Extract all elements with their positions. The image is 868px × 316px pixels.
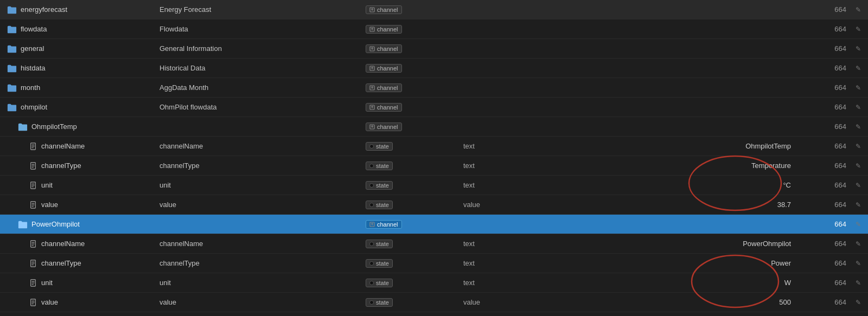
state-dot	[369, 183, 374, 188]
edit-col[interactable]: ✎	[851, 162, 866, 170]
type-badge: state	[366, 279, 393, 287]
table-row[interactable]: channelName channelName state text Power…	[0, 234, 868, 254]
row-name: value	[2, 298, 159, 307]
value-col: OhmpilotTemp	[507, 142, 818, 150]
state-dot	[369, 242, 374, 246]
edit-icon[interactable]: ✎	[856, 25, 861, 33]
table-row[interactable]: unit unit state text °C 664 ✎	[0, 176, 868, 195]
edit-icon[interactable]: ✎	[856, 162, 861, 170]
edit-icon[interactable]: ✎	[856, 221, 861, 228]
id-col: 664	[818, 64, 851, 72]
edit-col[interactable]: ✎	[851, 142, 866, 150]
type-col: channel	[366, 103, 463, 112]
edit-col[interactable]: ✎	[851, 64, 866, 72]
edit-col[interactable]: ✎	[851, 240, 866, 248]
id-col: 664	[818, 44, 851, 53]
edit-icon[interactable]: ✎	[856, 143, 861, 150]
value-col: 38.7	[507, 201, 818, 209]
table-row[interactable]: value value state value 500 664 ✎	[0, 293, 868, 312]
name-label: channelType	[41, 162, 81, 170]
role-col: text	[463, 259, 507, 267]
value-col: PowerOhmpilot	[507, 240, 818, 248]
id-col: 664	[818, 103, 851, 111]
edit-col[interactable]: ✎	[851, 5, 866, 14]
edit-col[interactable]: ✎	[851, 44, 866, 53]
table-row[interactable]: histdata Historical Data channel 664 ✎	[0, 59, 868, 78]
edit-col[interactable]: ✎	[851, 201, 866, 209]
edit-col[interactable]: ✎	[851, 25, 866, 33]
edit-col[interactable]: ✎	[851, 220, 866, 228]
role-col: value	[463, 298, 507, 306]
edit-icon[interactable]: ✎	[856, 279, 861, 287]
edit-icon[interactable]: ✎	[856, 45, 861, 53]
role-col: text	[463, 142, 507, 150]
table-row[interactable]: channelName channelName state text Ohmpi…	[0, 137, 868, 156]
edit-icon[interactable]: ✎	[856, 104, 861, 111]
type-badge: state	[366, 259, 393, 268]
type-badge: channel	[366, 220, 402, 229]
value-col: Temperature	[507, 162, 818, 170]
id-col: 664	[818, 201, 851, 209]
state-dot	[369, 281, 374, 285]
edit-icon[interactable]: ✎	[856, 201, 861, 209]
display-name: channelType	[159, 162, 366, 170]
row-name: histdata	[2, 63, 159, 74]
id-col: 664	[818, 162, 851, 170]
table-row[interactable]: general General Information channel 664 …	[0, 39, 868, 59]
edit-col[interactable]: ✎	[851, 83, 866, 92]
edit-icon[interactable]: ✎	[856, 65, 861, 72]
edit-icon[interactable]: ✎	[856, 299, 861, 306]
edit-icon[interactable]: ✎	[856, 123, 861, 131]
row-name: channelType	[2, 161, 159, 171]
table-row[interactable]: month AggData Month channel 664 ✎	[0, 78, 868, 98]
table-row[interactable]: channelType channelType state text Power…	[0, 254, 868, 273]
edit-col[interactable]: ✎	[851, 298, 866, 306]
id-col: 664	[818, 220, 851, 228]
table-row[interactable]: logDateTime logDateTime state text 2022-…	[0, 312, 868, 316]
role-col: text	[463, 162, 507, 170]
type-badge: channel	[366, 5, 402, 14]
table-row[interactable]: ohmpilot OhmPilot flowdata channel 664 ✎	[0, 98, 868, 117]
table-row[interactable]: channelType channelType state text Tempe…	[0, 156, 868, 176]
name-label: channelName	[41, 240, 85, 248]
edit-icon[interactable]: ✎	[856, 6, 861, 14]
edit-col[interactable]: ✎	[851, 259, 866, 267]
type-col: channel	[366, 122, 463, 131]
edit-col[interactable]: ✎	[851, 103, 866, 111]
type-col: state	[366, 259, 463, 268]
edit-col[interactable]: ✎	[851, 181, 866, 189]
state-dot	[369, 203, 374, 207]
file-icon	[28, 278, 38, 288]
type-badge: state	[366, 298, 393, 307]
edit-icon[interactable]: ✎	[856, 260, 861, 267]
table-row[interactable]: OhmpilotTemp channel 664 ✎	[0, 117, 868, 137]
name-label: histdata	[21, 64, 46, 72]
value-col: Power	[507, 259, 818, 267]
type-col: state	[366, 240, 463, 248]
edit-icon[interactable]: ✎	[856, 84, 861, 92]
name-label: month	[21, 83, 40, 92]
display-name: AggData Month	[159, 83, 366, 92]
table-row[interactable]: PowerOhmpilot channel 664 ✎	[0, 215, 868, 234]
display-name: channelType	[159, 259, 366, 267]
file-icon	[28, 161, 38, 171]
type-badge: state	[366, 162, 393, 170]
edit-col[interactable]: ✎	[851, 122, 866, 131]
state-dot	[369, 144, 374, 149]
name-label: OhmpilotTemp	[31, 122, 77, 131]
table-row[interactable]: unit unit state text W 664 ✎	[0, 273, 868, 293]
edit-icon[interactable]: ✎	[856, 182, 861, 189]
table-row[interactable]: value value state value 38.7 664 ✎	[0, 195, 868, 215]
name-label: flowdata	[21, 25, 47, 33]
type-badge: channel	[366, 83, 402, 92]
table-row[interactable]: energyforecast Energy Forecast channel 6…	[0, 0, 868, 20]
edit-col[interactable]: ✎	[851, 279, 866, 287]
file-icon	[28, 141, 38, 151]
folder-icon	[17, 219, 28, 230]
data-table: energyforecast Energy Forecast channel 6…	[0, 0, 868, 316]
table-row[interactable]: flowdata Flowdata channel 664 ✎	[0, 20, 868, 39]
edit-icon[interactable]: ✎	[856, 240, 861, 248]
name-label: value	[41, 298, 58, 306]
display-name: unit	[159, 279, 366, 287]
folder-icon	[7, 82, 17, 93]
